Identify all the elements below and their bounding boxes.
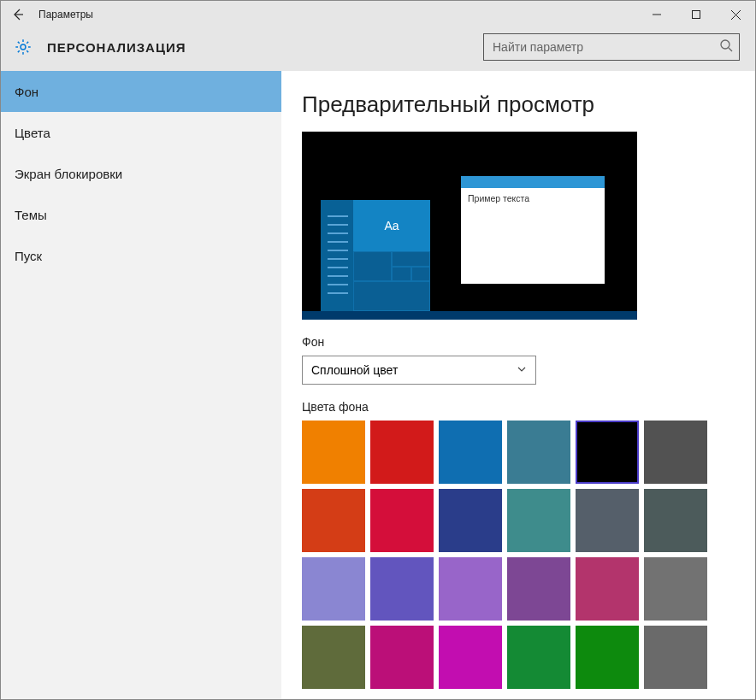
search-input[interactable] xyxy=(483,33,740,61)
color-swatch-15[interactable] xyxy=(507,557,570,621)
sidebar-item-3[interactable]: Темы xyxy=(1,194,281,235)
background-dropdown[interactable]: Сплошной цвет xyxy=(302,356,536,385)
color-swatch-20[interactable] xyxy=(439,626,502,689)
color-swatch-5[interactable] xyxy=(644,421,707,484)
color-swatch-21[interactable] xyxy=(507,626,570,689)
color-swatch-19[interactable] xyxy=(370,626,434,689)
color-swatch-18[interactable] xyxy=(302,626,365,689)
close-button[interactable] xyxy=(716,1,755,28)
color-swatch-3[interactable] xyxy=(507,421,570,484)
svg-line-7 xyxy=(729,48,732,51)
chevron-down-icon xyxy=(517,363,527,377)
color-swatch-11[interactable] xyxy=(644,489,707,552)
search-icon xyxy=(719,38,733,56)
color-swatch-22[interactable] xyxy=(576,626,639,689)
maximize-button[interactable] xyxy=(676,1,716,28)
preview-sample-text: Пример текста xyxy=(461,188,605,209)
sidebar-item-4[interactable]: Пуск xyxy=(1,235,281,276)
color-swatch-13[interactable] xyxy=(370,557,434,621)
header: ПЕРСОНАЛИЗАЦИЯ xyxy=(1,28,755,71)
window-title: Параметры xyxy=(38,9,93,21)
sidebar-item-1[interactable]: Цвета xyxy=(1,112,281,153)
color-swatch-9[interactable] xyxy=(507,489,570,552)
color-swatch-17[interactable] xyxy=(644,557,707,621)
preview-tile-aa: Aa xyxy=(353,200,430,251)
color-swatch-23[interactable] xyxy=(644,626,707,689)
titlebar: Параметры xyxy=(1,1,755,28)
content-area: Предварительный просмотр Aa Пример текст… xyxy=(281,71,755,699)
svg-rect-2 xyxy=(693,11,700,19)
preview-sample-window: Пример текста xyxy=(461,176,605,284)
color-swatch-6[interactable] xyxy=(302,489,365,552)
settings-window: Параметры ПЕРСОНАЛИЗАЦИЯ xyxy=(0,0,756,700)
desktop-preview: Aa Пример текста xyxy=(302,132,637,320)
color-swatch-7[interactable] xyxy=(370,489,434,552)
minimize-button[interactable] xyxy=(637,1,676,28)
back-button[interactable] xyxy=(9,6,27,23)
color-swatch-8[interactable] xyxy=(439,489,502,552)
color-swatch-4[interactable] xyxy=(576,421,639,484)
background-dropdown-value: Сплошной цвет xyxy=(311,363,398,377)
background-label: Фон xyxy=(302,335,740,349)
page-title: ПЕРСОНАЛИЗАЦИЯ xyxy=(47,40,186,55)
sidebar-item-2[interactable]: Экран блокировки xyxy=(1,153,281,194)
svg-point-5 xyxy=(21,44,26,50)
color-swatch-14[interactable] xyxy=(439,557,502,621)
color-swatch-2[interactable] xyxy=(439,421,502,484)
sidebar-item-0[interactable]: Фон xyxy=(1,71,281,112)
preview-heading: Предварительный просмотр xyxy=(302,91,740,118)
color-swatch-0[interactable] xyxy=(302,421,365,484)
sidebar: ФонЦветаЭкран блокировкиТемыПуск xyxy=(1,71,281,699)
color-grid xyxy=(302,421,740,689)
color-swatch-12[interactable] xyxy=(302,557,365,621)
colors-label: Цвета фона xyxy=(302,400,740,414)
color-swatch-1[interactable] xyxy=(370,421,434,484)
color-swatch-16[interactable] xyxy=(576,557,639,621)
color-swatch-10[interactable] xyxy=(576,489,639,552)
svg-point-6 xyxy=(721,40,729,49)
gear-icon xyxy=(13,37,33,57)
